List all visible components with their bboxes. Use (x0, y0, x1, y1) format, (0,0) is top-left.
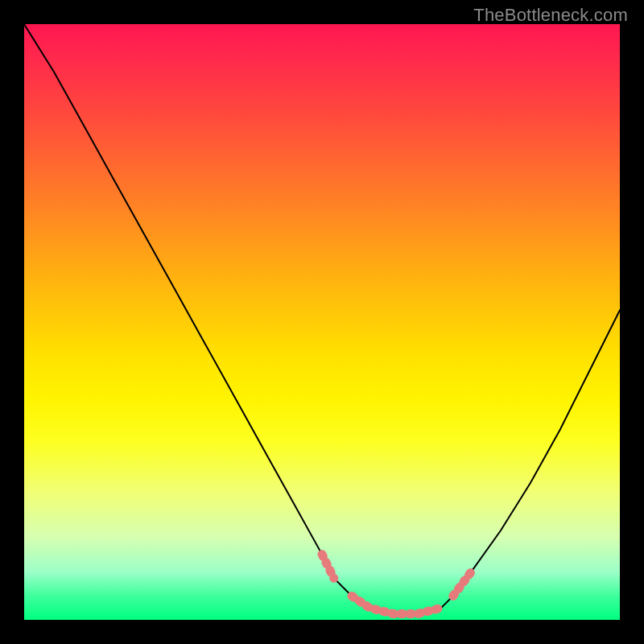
highlight-segment-bottom (352, 596, 441, 613)
chart-svg (24, 24, 620, 620)
chart-frame: TheBottleneck.com (0, 0, 644, 644)
highlight-segment-right (453, 572, 471, 597)
highlight-segment-left (322, 555, 334, 579)
watermark-text: TheBottleneck.com (473, 5, 628, 26)
bottleneck-curve (24, 24, 620, 614)
